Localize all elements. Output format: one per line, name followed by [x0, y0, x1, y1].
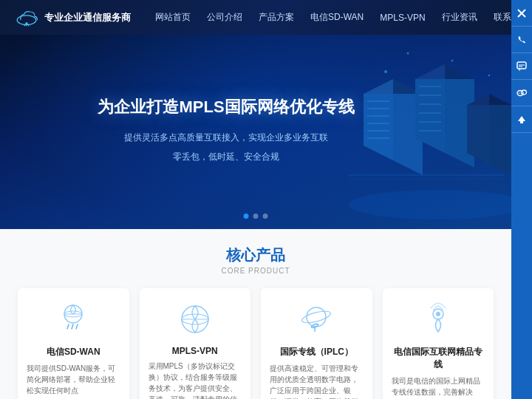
nav-about[interactable]: 公司介绍 — [200, 7, 250, 28]
hero-dots — [244, 214, 268, 219]
svg-point-51 — [517, 90, 523, 95]
svg-point-53 — [519, 92, 520, 94]
svg-point-42 — [301, 309, 332, 325]
dot-1[interactable] — [244, 214, 249, 219]
products-section: 核心产品 CORE PRODUCT — [0, 229, 511, 399]
svg-line-35 — [67, 324, 69, 329]
hero-subtitle-2: 零丢包，低时延、安全合规 — [98, 149, 354, 166]
side-top-btn[interactable] — [511, 106, 532, 133]
hero-subtitle-1: 提供灵活多点高质量互联接入，实现企业多业务互联 — [98, 130, 354, 146]
svg-marker-7 — [364, 94, 423, 175]
svg-point-54 — [521, 92, 522, 94]
side-phone-btn[interactable] — [511, 27, 532, 53]
up-arrow-icon — [516, 115, 527, 125]
phone-icon — [516, 35, 527, 45]
svg-point-52 — [522, 90, 527, 95]
section-title-en: CORE PRODUCT — [18, 267, 494, 275]
svg-point-45 — [436, 312, 440, 316]
svg-point-28 — [384, 70, 387, 73]
side-chat-btn[interactable] — [511, 53, 532, 80]
main-nav: 网站首页 公司介绍 产品方案 电信SD-WAN MPLS-VPN 行业资讯 联系… — [148, 7, 532, 28]
premium-icon — [419, 300, 457, 338]
product-card-sdwan: 电信SD-WAN 我司提供SD-WAN服务，可简化网络部署，帮助企业轻松实现任何… — [18, 288, 129, 399]
wechat-icon — [516, 88, 527, 98]
nav-products[interactable]: 产品方案 — [251, 7, 301, 28]
mpls-icon — [176, 300, 214, 338]
product-card-premium: 电信国际互联网精品专线 我司是电信的国际上网精品专线传送数据，完善解决ERP系统… — [383, 288, 494, 399]
chat-icon — [516, 61, 527, 72]
svg-point-31 — [407, 52, 409, 55]
products-grid: 电信SD-WAN 我司提供SD-WAN服务，可简化网络部署，帮助企业轻松实现任何… — [18, 288, 494, 399]
product-name-sdwan: 电信SD-WAN — [27, 346, 120, 358]
close-icon — [516, 8, 527, 18]
product-desc-premium: 我司是电信的国际上网精品专线传送数据，完善解决ERP系统和MES等系统访问问题 — [392, 375, 485, 399]
dot-3[interactable] — [263, 214, 268, 219]
hero-section: 为企业打造MPLS国际网络优化专线 提供灵活多点高质量互联接入，实现企业多业务互… — [0, 35, 511, 229]
nav-news[interactable]: 行业资讯 — [434, 7, 485, 28]
product-desc-iplc: 提供高速稳定、可管理和专用的优质全透明数字电路，广泛应用于跨国企业、银行、证券、… — [270, 363, 364, 399]
iplc-icon — [297, 300, 335, 338]
svg-point-29 — [451, 60, 454, 62]
logo-area: 专业企业通信服务商 — [15, 9, 148, 27]
product-name-iplc: 国际专线（IPLC） — [270, 346, 364, 358]
hero-title: 为企业打造MPLS国际网络优化专线 — [98, 96, 354, 118]
side-wechat-btn[interactable] — [511, 80, 532, 106]
dot-2[interactable] — [253, 214, 259, 219]
side-close-btn[interactable] — [511, 0, 532, 27]
svg-line-37 — [76, 324, 78, 329]
section-title: 核心产品 CORE PRODUCT — [18, 245, 494, 275]
svg-point-4 — [349, 190, 511, 219]
product-name-premium: 电信国际互联网精品专线 — [392, 346, 485, 371]
product-desc-mpls: 采用MPLS（多协议标记交换）协议，结合服务等级服务技术，为客户提供安全、高速、… — [149, 361, 242, 399]
sdwan-icon — [54, 300, 92, 338]
cloud-icon — [15, 9, 38, 27]
logo-text: 专业企业通信服务商 — [44, 11, 131, 24]
svg-line-36 — [72, 324, 73, 329]
product-card-mpls: MPLS-VPN 采用MPLS（多协议标记交换）协议，结合服务等级服务技术，为客… — [140, 288, 251, 399]
section-title-zh: 核心产品 — [18, 245, 494, 265]
nav-home[interactable]: 网站首页 — [148, 7, 198, 28]
product-card-iplc: 国际专线（IPLC） 提供高速稳定、可管理和专用的优质全透明数字电路，广泛应用于… — [261, 288, 372, 399]
svg-point-30 — [488, 75, 490, 76]
svg-marker-16 — [415, 79, 474, 168]
hero-content: 为企业打造MPLS国际网络优化专线 提供灵活多点高质量互联接入，实现企业多业务互… — [98, 96, 354, 168]
product-desc-sdwan: 我司提供SD-WAN服务，可简化网络部署，帮助企业轻松实现任何时点 — [27, 363, 120, 396]
nav-mpls[interactable]: MPLS-VPN — [372, 8, 432, 27]
product-name-mpls: MPLS-VPN — [149, 346, 242, 356]
nav-sd-wan[interactable]: 电信SD-WAN — [303, 7, 371, 28]
side-buttons — [511, 0, 532, 399]
header: 专业企业通信服务商 网站首页 公司介绍 产品方案 电信SD-WAN MPLS-V… — [0, 0, 532, 35]
